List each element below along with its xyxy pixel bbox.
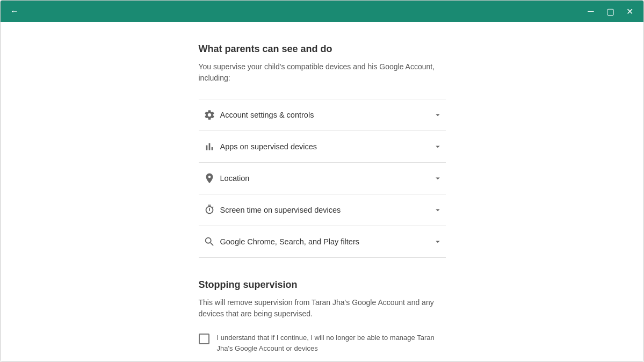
understand-checkbox[interactable] — [199, 334, 209, 344]
timer-icon — [199, 204, 220, 216]
main-content: What parents can see and do You supervis… — [1, 22, 643, 361]
close-button[interactable]: ✕ — [622, 4, 637, 19]
accordion-list: Account settings & controls Apps on supe… — [199, 99, 446, 258]
understand-checkbox-label: I understand that if I continue, I will … — [217, 332, 446, 353]
bar-chart-icon — [199, 141, 220, 153]
section1-title: What parents can see and do — [199, 44, 446, 55]
accordion-item-apps-supervised[interactable]: Apps on supervised devices — [199, 131, 446, 163]
app-window: ← ─ ▢ ✕ What parents can see and do You … — [0, 0, 644, 362]
accordion-item-account-settings[interactable]: Account settings & controls — [199, 99, 446, 131]
stopping-supervision-desc: This will remove supervision from Taran … — [199, 297, 446, 320]
stopping-supervision-title: Stopping supervision — [199, 279, 446, 291]
accordion-label-account-settings: Account settings & controls — [220, 111, 430, 119]
chevron-down-icon-location — [430, 173, 446, 183]
chevron-down-icon-chrome — [430, 237, 446, 247]
accordion-label-location: Location — [220, 174, 430, 183]
titlebar: ← ─ ▢ ✕ — [1, 1, 643, 22]
titlebar-left: ← — [7, 4, 22, 19]
section1-desc: You supervise your child's compatible de… — [199, 61, 446, 84]
accordion-label-apps-supervised: Apps on supervised devices — [220, 142, 430, 151]
accordion-item-location[interactable]: Location — [199, 163, 446, 194]
understand-checkbox-row: I understand that if I continue, I will … — [199, 332, 446, 353]
accordion-label-screen-time: Screen time on supervised devices — [220, 206, 430, 214]
minimize-button[interactable]: ─ — [583, 4, 598, 19]
accordion-item-chrome-filters[interactable]: Google Chrome, Search, and Play filters — [199, 226, 446, 258]
back-button[interactable]: ← — [7, 4, 22, 19]
accordion-label-chrome-filters: Google Chrome, Search, and Play filters — [220, 237, 430, 246]
titlebar-controls: ─ ▢ ✕ — [583, 4, 637, 19]
location-pin-icon — [199, 172, 220, 184]
chevron-down-icon-screen-time — [430, 205, 446, 215]
search-icon — [199, 236, 220, 248]
accordion-item-screen-time[interactable]: Screen time on supervised devices — [199, 194, 446, 226]
chevron-down-icon-account — [430, 110, 446, 120]
gear-icon — [199, 109, 220, 121]
maximize-button[interactable]: ▢ — [603, 4, 618, 19]
content-inner: What parents can see and do You supervis… — [188, 44, 457, 353]
chevron-down-icon-apps — [430, 142, 446, 151]
